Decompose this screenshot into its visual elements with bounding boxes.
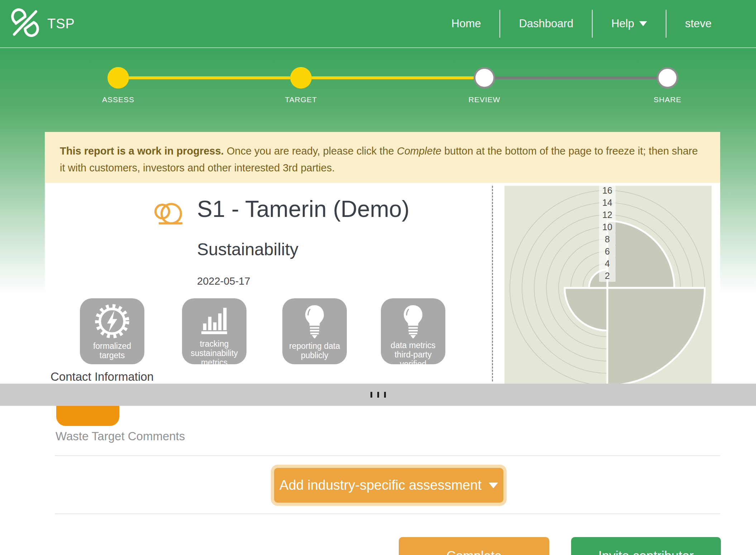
nav-item-label: Dashboard	[519, 17, 573, 30]
badge-tracking-metrics: tracking sustainability metrics	[182, 298, 247, 364]
lightbulb-icon	[399, 303, 427, 341]
chevron-down-icon	[489, 483, 498, 488]
radial-axis-tick: 12	[599, 209, 616, 221]
radial-axis-tick: 14	[599, 196, 616, 209]
step-label-review: REVIEW	[445, 95, 524, 104]
nav-item-label: Help	[611, 17, 634, 30]
report-title: S1 - Tamerin (Demo)	[197, 196, 410, 222]
quadrant-polar-chart: 246810121416	[504, 186, 712, 384]
nav-item-user[interactable]: steve	[666, 10, 730, 38]
step-label-assess: ASSESS	[79, 95, 158, 104]
radial-axis-tick: 8	[599, 233, 616, 245]
banner-text: Once you are ready, please click the	[224, 145, 397, 157]
lightbulb-icon	[301, 303, 329, 341]
contact-information-heading: Contact Information	[51, 370, 154, 384]
stepper-connector	[312, 76, 474, 79]
step-label-share: SHARE	[628, 95, 707, 104]
step-circle-assess[interactable]	[107, 67, 129, 89]
username-label: steve	[685, 17, 712, 30]
nav-item-help[interactable]: Help	[592, 10, 666, 38]
badge-label: tracking sustainability metrics	[184, 339, 244, 367]
nav-item-dashboard[interactable]: Dashboard	[499, 10, 592, 38]
radial-axis-tick: 10	[599, 221, 616, 233]
divider	[55, 513, 720, 514]
brand-name: TSP	[47, 16, 75, 32]
collapsed-content-bar[interactable]	[0, 384, 756, 406]
nav-item-home[interactable]: Home	[433, 10, 500, 38]
navbar: TSP Home Dashboard Help steve	[0, 0, 756, 48]
stepper-connector	[129, 76, 290, 79]
badge-reporting-publicly: reporting data publicly	[282, 298, 347, 364]
ellipsis-indicator	[377, 392, 379, 398]
step-circle-target[interactable]	[290, 67, 312, 89]
banner-bold-text: This report is a work in progress.	[60, 145, 224, 157]
nav-items: Home Dashboard Help steve	[433, 10, 730, 38]
dashed-separator	[492, 186, 493, 381]
orange-badge-partial	[56, 406, 119, 426]
progress-stepper: ASSESS TARGET REVIEW SHARE	[0, 47, 756, 115]
add-assessment-label: Add industry-specific assessment	[279, 478, 482, 493]
radial-axis-tick: 16	[599, 184, 616, 196]
complete-button[interactable]: Complete	[399, 537, 549, 555]
tsp-logo-icon	[11, 8, 39, 39]
badge-third-party-verified: data metrics third-party verified	[381, 298, 445, 364]
stepper-connector	[495, 76, 657, 79]
report-rings-icon	[152, 201, 187, 231]
banner-italic-text: Complete	[397, 145, 441, 157]
radial-axis-tick: 2	[599, 270, 616, 282]
page: TSP Home Dashboard Help steve ASSESS	[0, 0, 756, 555]
badge-label: reporting data publicly	[284, 341, 345, 360]
report-card: S1 - Tamerin (Demo) Sustainability 2022-…	[45, 183, 720, 384]
report-date: 2022-05-17	[197, 275, 250, 287]
waste-target-comments-label: Waste Target Comments	[56, 430, 185, 443]
radial-axis-tick: 4	[599, 257, 616, 270]
badge-label: data metrics third-party verified	[383, 341, 443, 369]
ellipsis-indicator	[370, 392, 372, 398]
work-in-progress-banner: This report is a work in progress. Once …	[45, 132, 720, 183]
nav-item-label: Home	[451, 17, 481, 30]
badge-formalized-targets: formalized targets	[80, 298, 144, 364]
invite-contributor-button[interactable]: Invite contributor	[571, 537, 721, 555]
divider	[55, 455, 720, 456]
badge-label: formalized targets	[82, 341, 142, 360]
chevron-down-icon	[639, 21, 647, 26]
brand[interactable]: TSP	[11, 8, 75, 39]
radial-axis-tick: 6	[599, 245, 616, 257]
step-circle-share[interactable]	[657, 67, 678, 89]
step-circle-review[interactable]	[474, 67, 495, 89]
bar-chart-icon	[196, 303, 232, 339]
ellipsis-indicator	[384, 392, 386, 398]
gear-bolt-icon	[94, 303, 130, 339]
add-industry-assessment-button[interactable]: Add industry-specific assessment	[274, 468, 503, 503]
step-label-target: TARGET	[262, 95, 340, 104]
report-subtitle: Sustainability	[197, 239, 298, 259]
